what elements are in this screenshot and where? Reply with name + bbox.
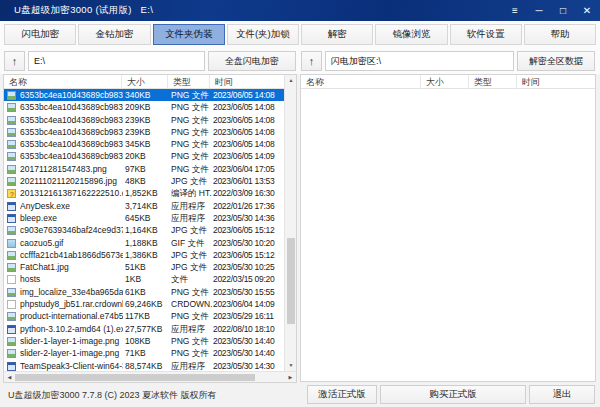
maximize-button[interactable]: □	[556, 0, 570, 21]
decrypt-zone-button[interactable]: 解密全区数据	[517, 51, 595, 71]
file-row[interactable]: 6353bc4ea10d43689cb983a...209KBPNG 文件202…	[4, 101, 284, 113]
toolbar-button-1[interactable]: 金钻加密	[78, 24, 150, 45]
file-row[interactable]: 6353bc4ea10d43689cb983a...20KBPNG 文件2023…	[4, 150, 284, 162]
horizontal-scroll-thumb[interactable]	[15, 374, 255, 381]
file-time: 2023/06/05 15:12	[213, 249, 284, 261]
file-row[interactable]: python-3.10.2-amd64 (1).exe27,577KB应用程序2…	[4, 323, 284, 335]
horizontal-scrollbar[interactable]: ◀ ▶	[4, 371, 296, 382]
toolbar-button-2[interactable]: 文件夹伪装	[153, 24, 225, 45]
file-type: 应用程序	[171, 323, 212, 335]
scroll-right-icon[interactable]: ▶	[285, 372, 296, 383]
file-row[interactable]: 6353bc4ea10d43689cb983a...345KBPNG 文件202…	[4, 138, 284, 150]
file-row[interactable]: bleep.exe645KB应用程序2023/05/30 14:36	[4, 212, 284, 224]
encrypt-whole-disk-button[interactable]: 全盘闪电加密	[208, 51, 296, 71]
file-name: TeamSpeak3-Client-win64-3....	[20, 360, 123, 371]
file-size: 239KB	[125, 114, 170, 126]
toolbar-button-0[interactable]: 闪电加密	[4, 24, 76, 45]
file-time: 2023/06/05 14:08	[213, 126, 284, 138]
file-row[interactable]: AnyDesk.exe3,714KB应用程序2022/01/26 17:36	[4, 200, 284, 212]
local-file-panel: 名称 大小 类型 时间 6353bc4ea10d43689cb983a...34…	[3, 74, 297, 383]
app-file-icon	[7, 202, 16, 211]
file-row[interactable]: slider-2-layer-1-image.png71KBPNG 文件2023…	[4, 347, 284, 359]
close-button[interactable]: ✕	[580, 0, 594, 21]
file-time: 2022/08/10 18:10	[213, 323, 284, 335]
column-type[interactable]: 类型	[469, 75, 517, 89]
file-type: PNG 文件	[171, 126, 212, 138]
minimize-button[interactable]: ─	[532, 0, 546, 21]
activate-button[interactable]: 激活正式版	[307, 385, 377, 404]
toolbar-button-7[interactable]: 帮助	[524, 24, 596, 45]
exit-button[interactable]: 退出	[529, 385, 595, 404]
encrypted-file-list	[301, 89, 595, 381]
encrypted-address-group: ↑ 解密全区数据	[301, 51, 595, 71]
file-name: 201711281547483.png	[20, 163, 123, 175]
file-row[interactable]: ccfffa21cb41ab1866d5673e4...1,386KBJPG 文…	[4, 249, 284, 261]
toolbar-button-5[interactable]: 镜像浏览	[375, 24, 447, 45]
column-name[interactable]: 名称	[4, 75, 122, 89]
file-row[interactable]: product-international.e74b5...117KBPNG 文…	[4, 310, 284, 322]
file-name: 6353bc4ea10d43689cb983a...	[20, 114, 123, 126]
up-arrow-button-local[interactable]: ↑	[4, 51, 25, 71]
file-time: 2023/06/05 14:08	[213, 101, 284, 113]
column-name[interactable]: 名称	[301, 75, 421, 89]
column-time[interactable]: 时间	[517, 75, 595, 89]
scroll-up-icon[interactable]: ▲	[285, 75, 297, 86]
file-type: PNG 文件	[171, 150, 212, 162]
file-type: PNG 文件	[171, 335, 212, 347]
menu-icon[interactable]: ≡	[508, 0, 522, 21]
file-type: PNG 文件	[171, 114, 212, 126]
file-row[interactable]: 6353bc4ea10d43689cb983a...239KBPNG 文件202…	[4, 114, 284, 126]
file-time: 2022/01/26 17:36	[213, 200, 284, 212]
toolbar-button-4[interactable]: 解密	[301, 24, 373, 45]
file-row[interactable]: hosts1KB文件2022/03/15 09:20	[4, 273, 284, 285]
file-name: python-3.10.2-amd64 (1).exe	[20, 323, 123, 335]
scroll-left-icon[interactable]: ◀	[4, 372, 15, 383]
image-file-icon	[7, 251, 16, 260]
file-row[interactable]: 6353bc4ea10d43689cb983a...239KBPNG 文件202…	[4, 126, 284, 138]
file-row[interactable]: c903e7639346baf24ce9d375...1,164KBJPG 文件…	[4, 224, 284, 236]
file-size: 69,246KB	[125, 298, 170, 310]
file-time: 2023/06/05 15:12	[213, 224, 284, 236]
file-time: 2023/05/30 15:55	[213, 286, 284, 298]
file-time: 2023/06/05 14:08	[213, 114, 284, 126]
file-type: 应用程序	[171, 200, 212, 212]
encrypted-column-header: 名称 大小 类型 时间	[301, 75, 595, 89]
image-file-icon	[7, 263, 16, 272]
local-address-group: ↑ 全盘闪电加密	[4, 51, 296, 71]
file-row[interactable]: 201312161387162222510.chm1,852KB编译的 HT..…	[4, 187, 284, 199]
file-row[interactable]: 6353bc4ea10d43689cb983a...340KBPNG 文件202…	[4, 89, 284, 101]
image-file-icon	[7, 165, 16, 174]
file-type: JPG 文件	[171, 224, 212, 236]
window-controls: ≡ ─ □ ✕	[508, 0, 594, 21]
up-arrow-button-encrypted[interactable]: ↑	[301, 51, 322, 71]
file-row[interactable]: 201711281547483.png97KBPNG 文件2023/06/04 …	[4, 163, 284, 175]
column-size[interactable]: 大小	[122, 75, 168, 89]
vertical-scrollbar[interactable]: ▲ ▼	[284, 75, 296, 371]
column-size[interactable]: 大小	[421, 75, 469, 89]
file-type: PNG 文件	[171, 138, 212, 150]
scroll-down-icon[interactable]: ▼	[285, 360, 297, 371]
toolbar: 闪电加密金钻加密文件夹伪装文件(夹)加锁解密镜像浏览软件设置帮助	[0, 21, 600, 48]
file-row[interactable]: TeamSpeak3-Client-win64-3....88,574KB应用程…	[4, 360, 284, 371]
file-row[interactable]: img_localize_33e4ba965dab...61KBPNG 文件20…	[4, 286, 284, 298]
status-bar: U盘超级加密3000 7.7.8 (C) 2023 夏冰软件 版权所有 激活正式…	[0, 385, 600, 407]
column-time[interactable]: 时间	[210, 75, 285, 89]
title-bar: U盘超级加密3000 (试用版) E:\ ≡ ─ □ ✕	[0, 0, 600, 21]
file-time: 2023/05/30 10:20	[213, 237, 284, 249]
file-time: 2023/06/05 14:08	[213, 89, 284, 101]
file-size: 71KB	[125, 347, 170, 359]
column-type[interactable]: 类型	[168, 75, 210, 89]
file-name: AnyDesk.exe	[20, 200, 123, 212]
toolbar-button-3[interactable]: 文件(夹)加锁	[227, 24, 299, 45]
encrypted-path-input[interactable]	[325, 51, 514, 71]
toolbar-button-6[interactable]: 软件设置	[450, 24, 522, 45]
file-row[interactable]: FatChat1.jpg51KBJPG 文件2023/05/30 10:25	[4, 261, 284, 273]
local-path-input[interactable]	[28, 51, 205, 71]
purchase-button[interactable]: 购买正式版	[380, 385, 526, 404]
vertical-scroll-thumb[interactable]	[287, 238, 295, 324]
file-size: 239KB	[125, 126, 170, 138]
file-row[interactable]: caozuo5.gif1,188KBGIF 文件2023/05/30 10:20	[4, 237, 284, 249]
file-row[interactable]: 202111021120215896.jpg48KBJPG 文件2023/06/…	[4, 175, 284, 187]
file-row[interactable]: phpstudy8_jb51.rar.crdownl...69,246KBCRD…	[4, 298, 284, 310]
file-row[interactable]: slider-1-layer-1-image.png108KBPNG 文件202…	[4, 335, 284, 347]
